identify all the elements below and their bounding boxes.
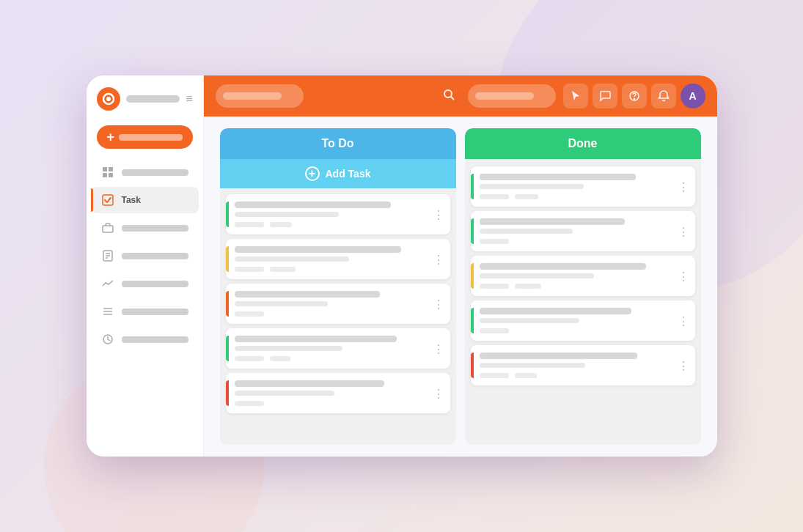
task-meta — [235, 311, 443, 317]
done-tasks-list: ⋮ ⋮ — [465, 159, 701, 391]
table-row[interactable]: ⋮ — [226, 194, 450, 234]
list-label — [122, 309, 188, 315]
task-options-icon[interactable]: ⋮ — [433, 207, 444, 221]
task-title-bar — [480, 352, 638, 359]
task-meta-bar-2 — [270, 356, 290, 361]
sidebar-logo-row: ≡ — [87, 87, 203, 121]
task-sub-bar — [480, 229, 573, 234]
task-title-bar — [235, 380, 384, 387]
task-meta — [480, 328, 688, 333]
task-title-bar — [235, 246, 401, 253]
task-content — [235, 291, 443, 317]
task-options-icon[interactable]: ⋮ — [433, 297, 444, 311]
bell-icon-btn[interactable] — [651, 84, 676, 108]
task-meta — [235, 267, 443, 272]
todo-tasks-list: ⋮ ⋮ — [220, 188, 456, 419]
priority-bar-yellow — [226, 246, 229, 272]
sidebar-item-analytics[interactable] — [91, 270, 199, 297]
priority-bar-red — [226, 380, 229, 406]
cursor-icon-btn[interactable] — [563, 84, 588, 108]
task-content — [235, 202, 443, 227]
reports-icon — [101, 249, 114, 262]
user-avatar[interactable]: A — [681, 84, 705, 108]
hamburger-icon[interactable]: ≡ — [186, 92, 192, 106]
task-options-icon[interactable]: ⋮ — [678, 269, 689, 283]
task-meta — [235, 356, 443, 361]
task-sub-bar — [235, 301, 329, 306]
task-options-icon[interactable]: ⋮ — [433, 252, 444, 266]
add-label-bar — [119, 134, 182, 141]
task-icon — [101, 193, 114, 207]
sidebar-item-briefcase[interactable] — [91, 215, 199, 241]
table-row[interactable]: ⋮ — [471, 166, 695, 207]
task-title-bar — [480, 174, 636, 180]
clock-label — [122, 336, 188, 343]
task-title-bar — [235, 202, 391, 208]
task-label: Task — [122, 195, 141, 205]
svg-rect-2 — [103, 167, 107, 171]
task-meta-bar — [480, 194, 509, 199]
sidebar-item-reports[interactable] — [91, 243, 199, 269]
list-icon — [101, 305, 114, 318]
sidebar-item-clock[interactable] — [91, 326, 199, 352]
task-content — [480, 218, 688, 244]
table-row[interactable]: ⋮ — [471, 345, 695, 385]
search-input-bar — [475, 92, 534, 100]
task-meta — [235, 222, 443, 227]
task-meta-bar — [235, 356, 264, 361]
priority-bar-red — [471, 352, 474, 378]
dashboard-icon — [101, 166, 114, 179]
task-content — [235, 336, 443, 361]
sidebar-item-task[interactable]: Task — [91, 187, 199, 213]
task-options-icon[interactable]: ⋮ — [678, 224, 689, 238]
task-content — [480, 308, 688, 333]
topbar-search-input[interactable] — [468, 84, 556, 108]
task-meta-bar — [235, 401, 264, 406]
task-meta-bar-2 — [270, 267, 296, 272]
task-meta — [480, 373, 688, 378]
table-row[interactable]: ⋮ — [226, 239, 450, 279]
help-icon-btn[interactable] — [622, 84, 647, 108]
task-options-icon[interactable]: ⋮ — [678, 180, 689, 193]
table-row[interactable]: ⋮ — [471, 211, 695, 251]
task-options-icon[interactable]: ⋮ — [678, 314, 689, 328]
task-meta — [480, 194, 688, 199]
table-row[interactable]: ⋮ — [226, 373, 450, 413]
svg-rect-7 — [103, 226, 113, 232]
priority-bar-green — [226, 202, 229, 227]
add-task-button[interactable]: + Add Task — [220, 159, 456, 188]
chat-icon-btn[interactable] — [593, 84, 617, 108]
task-sub-bar — [480, 184, 584, 189]
task-meta — [480, 284, 688, 289]
task-content — [480, 263, 688, 289]
svg-line-17 — [451, 97, 454, 100]
task-meta-bar — [480, 328, 509, 333]
task-sub-bar — [480, 318, 579, 323]
task-options-icon[interactable]: ⋮ — [433, 386, 444, 400]
task-meta-bar-2 — [270, 222, 292, 227]
task-meta-bar — [235, 222, 264, 227]
todo-column-header: To Do — [220, 128, 456, 159]
svg-rect-5 — [109, 173, 113, 177]
task-sub-bar — [235, 391, 334, 396]
add-task-label: Add Task — [326, 168, 371, 180]
task-options-icon[interactable]: ⋮ — [678, 358, 689, 372]
add-button[interactable]: + — [97, 125, 193, 149]
app-logo — [97, 87, 120, 111]
task-meta — [235, 401, 443, 406]
table-row[interactable]: ⋮ — [226, 328, 450, 369]
table-row[interactable]: ⋮ — [471, 256, 695, 296]
task-meta-bar — [235, 267, 264, 272]
sidebar-item-dashboard[interactable] — [91, 159, 199, 185]
task-meta-bar-2 — [515, 373, 537, 378]
search-icon[interactable] — [443, 89, 455, 103]
done-column-header: Done — [465, 128, 701, 159]
task-options-icon[interactable]: ⋮ — [433, 341, 444, 355]
task-meta-bar — [480, 239, 509, 244]
table-row[interactable]: ⋮ — [471, 300, 695, 341]
sidebar: ≡ + — [87, 75, 204, 457]
sidebar-item-list[interactable] — [91, 298, 199, 325]
table-row[interactable]: ⋮ — [226, 284, 450, 324]
clock-icon — [101, 333, 114, 346]
add-task-plus-icon: + — [305, 166, 320, 181]
